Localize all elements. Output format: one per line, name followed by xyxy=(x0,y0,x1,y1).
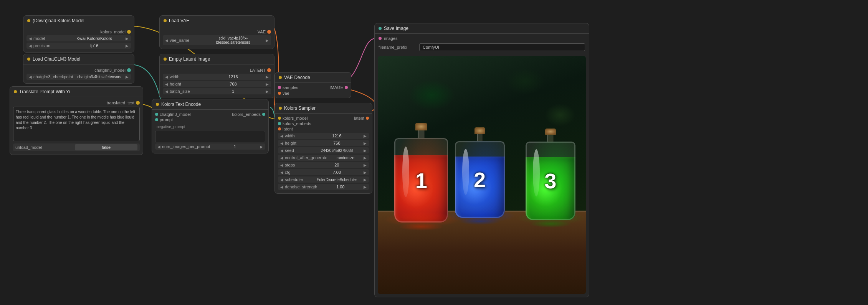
value-precision: fp16 xyxy=(64,43,124,48)
input-label-kolors-embeds: kolors_embeds xyxy=(283,121,311,126)
output-dot-latent[interactable] xyxy=(267,68,271,72)
arrow-right-chatglm[interactable]: ▶ xyxy=(126,75,129,79)
value-seed: 2442064592780​38 xyxy=(312,148,362,153)
filename-prefix-input[interactable] xyxy=(419,43,585,51)
node-title-vae: Load VAE xyxy=(169,18,189,23)
arrow-left-s-height[interactable]: ◀ xyxy=(280,141,283,145)
label-scheduler: scheduler xyxy=(285,177,310,182)
arrow-right-denoise[interactable]: ▶ xyxy=(364,185,367,189)
input-dot-kolors-model[interactable] xyxy=(278,117,281,120)
potion-scene: 1 2 xyxy=(378,56,586,294)
value-control-after: randomize xyxy=(329,156,362,160)
node-kolors-text-encode: Kolors Text Encode chatglm3_model kolors… xyxy=(152,99,269,153)
arrow-right-scheduler[interactable]: ▶ xyxy=(364,178,367,182)
label-steps: steps xyxy=(285,163,310,167)
input-dot-vae-decode[interactable] xyxy=(278,92,281,95)
label-num-images: num_images_per_prompt xyxy=(162,144,210,149)
input-label-prompt: prompt xyxy=(160,117,173,122)
arrow-left-vae[interactable]: ◀ xyxy=(165,38,168,43)
node-body-empty-latent: LATENT ◀ width 1216 ▶ ◀ height 768 ▶ ◀ b… xyxy=(160,64,274,98)
arrow-left-cfg[interactable]: ◀ xyxy=(280,170,283,175)
label-seed: seed xyxy=(285,148,310,153)
arrow-right-s-height[interactable]: ▶ xyxy=(364,141,367,145)
output-dot-image[interactable] xyxy=(345,86,348,89)
arrow-left-scheduler[interactable]: ◀ xyxy=(280,178,283,182)
arrow-right-batch[interactable]: ▶ xyxy=(266,89,269,94)
node-header-download-kolors: (Down)load Kolors Model xyxy=(23,16,134,26)
node-body-vae-decode: samples IMAGE vae xyxy=(275,83,351,98)
arrow-right-width[interactable]: ▶ xyxy=(266,75,269,79)
input-dot-sampler-latent-in[interactable] xyxy=(278,127,281,130)
node-header-save-image: Save Image xyxy=(375,23,589,34)
input-dot-kolors-embeds[interactable] xyxy=(278,122,281,125)
label-width: width xyxy=(170,74,201,79)
node-status-dot xyxy=(164,19,167,22)
node-title-kolors-sampler: Kolors Sampler xyxy=(284,106,316,111)
arrow-right-s-width[interactable]: ▶ xyxy=(364,134,367,138)
arrow-left-chatglm[interactable]: ◀ xyxy=(29,75,32,79)
neg-prompt-label: negative_prompt xyxy=(155,124,265,130)
neg-prompt-area[interactable] xyxy=(155,131,265,142)
save-image-inputs: images filename_prefix xyxy=(375,34,589,54)
node-header-chatglm: Load ChatGLM3 Model xyxy=(23,54,134,64)
input-dot-chatglm[interactable] xyxy=(155,113,158,116)
node-translate-prompt: Translate Prompt With Yi translated_text… xyxy=(10,86,143,155)
arrow-right-steps[interactable]: ▶ xyxy=(364,163,367,167)
node-title-translate: Translate Prompt With Yi xyxy=(19,89,70,94)
arrow-right-num-images[interactable]: ▶ xyxy=(260,145,263,149)
arrow-right-height[interactable]: ▶ xyxy=(266,82,269,86)
arrow-right-vae[interactable]: ▶ xyxy=(266,38,269,43)
output-dot-kolors-model[interactable] xyxy=(127,30,131,34)
arrow-right-seed[interactable]: ▶ xyxy=(364,148,367,153)
input-dot-samples[interactable] xyxy=(278,86,281,89)
arrow-left-s-width[interactable]: ◀ xyxy=(280,134,283,138)
arrow-right-control[interactable]: ▶ xyxy=(364,156,367,160)
bottle-2: 2 xyxy=(455,127,505,218)
arrow-right-cfg[interactable]: ▶ xyxy=(364,170,367,175)
node-status-dot-save xyxy=(379,27,382,30)
node-title-download-kolors: (Down)load Kolors Model xyxy=(33,18,84,23)
label-control-after: control_after_generate xyxy=(285,155,327,160)
node-header-text-encode: Kolors Text Encode xyxy=(152,99,268,110)
arrow-right-precision[interactable]: ▶ xyxy=(126,44,129,48)
output-label-translated: translated_text xyxy=(107,101,134,105)
label-cfg: cfg xyxy=(285,170,310,175)
output-dot-kolors-embeds[interactable] xyxy=(262,113,265,116)
arrow-left-denoise[interactable]: ◀ xyxy=(280,185,283,189)
output-dot-translated[interactable] xyxy=(136,101,140,105)
node-save-image: Save Image images filename_prefix xyxy=(374,23,589,297)
field-unload-model: unload_model false xyxy=(13,143,140,151)
output-dot-vae[interactable] xyxy=(267,30,271,34)
output-label-vae: VAE xyxy=(258,30,266,34)
node-status-dot xyxy=(14,90,17,93)
node-title-text-encode: Kolors Text Encode xyxy=(161,102,201,107)
output-dot-sampler-latent[interactable] xyxy=(366,117,369,120)
value-scheduler: EulerDiscreteScheduler xyxy=(312,178,362,182)
arrow-right[interactable]: ▶ xyxy=(126,36,129,41)
arrow-left-batch[interactable]: ◀ xyxy=(165,89,168,94)
node-status-dot xyxy=(156,103,159,106)
arrow-left-precision[interactable]: ◀ xyxy=(29,44,32,48)
arrow-left-num-images[interactable]: ◀ xyxy=(157,145,160,149)
input-dot-prompt[interactable] xyxy=(155,118,158,121)
bottle-3: 3 xyxy=(526,129,575,220)
field-model: ◀ model Kwai-Kolors/Kolors ▶ xyxy=(26,35,131,41)
label-s-width: width xyxy=(285,134,310,138)
node-load-chatglm: Load ChatGLM3 Model chatglm3_model ◀ cha… xyxy=(23,54,134,84)
arrow-left-width[interactable]: ◀ xyxy=(165,75,168,79)
arrow-left-height[interactable]: ◀ xyxy=(165,82,168,86)
arrow-left-steps[interactable]: ◀ xyxy=(280,163,283,167)
arrow-left-seed[interactable]: ◀ xyxy=(280,148,283,153)
output-kolors-model: kolors_model xyxy=(26,30,131,34)
value-s-height: 768 xyxy=(312,141,362,145)
output-label: kolors_model xyxy=(101,30,126,34)
label-height: height xyxy=(170,82,201,86)
arrow-left-control[interactable]: ◀ xyxy=(280,156,283,160)
input-label-vae-decode: vae xyxy=(283,91,289,96)
label-chatglm-checkpoint: chatglm3_checkpoint xyxy=(33,74,73,79)
value-cfg: 7.00 xyxy=(312,170,362,175)
translate-textarea[interactable]: Three transparent glass bottles on a woo… xyxy=(13,107,140,141)
arrow-left[interactable]: ◀ xyxy=(29,36,32,41)
input-dot-images[interactable] xyxy=(379,37,382,40)
output-dot-chatglm[interactable] xyxy=(127,68,131,72)
